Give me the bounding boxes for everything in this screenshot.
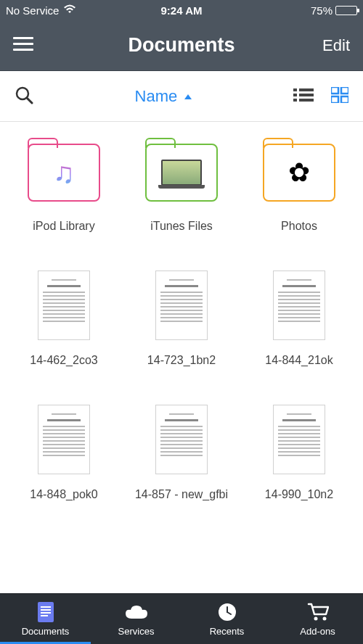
list-icon [293, 87, 314, 103]
grid-view-button[interactable] [331, 87, 348, 106]
svg-rect-10 [331, 96, 338, 103]
svg-rect-6 [293, 99, 297, 102]
cart-icon [307, 601, 329, 623]
folder-icon: ✿ [263, 144, 335, 202]
folder-photos[interactable]: ✿ Photos [248, 144, 350, 234]
svg-rect-15 [41, 612, 51, 614]
nav-bar: Documents Edit [0, 20, 363, 71]
tab-bar: Documents Services Recents Add-ons [0, 593, 363, 644]
document-label: 14-844_21ok [248, 353, 350, 368]
status-time: 9:24 AM [123, 4, 240, 17]
folder-label: iTunes Files [131, 219, 232, 234]
search-icon [15, 86, 33, 104]
document-icon [38, 271, 90, 340]
svg-rect-5 [299, 94, 314, 96]
document-label: 14-990_10n2 [248, 487, 350, 503]
list-view-button[interactable] [293, 87, 314, 106]
document-icon [38, 405, 90, 474]
svg-rect-3 [299, 88, 314, 91]
edit-button[interactable]: Edit [306, 36, 350, 55]
battery-icon [335, 6, 357, 15]
toolbar: Name [0, 71, 363, 122]
document-item[interactable]: 14-848_pok0 [13, 405, 115, 503]
svg-rect-9 [341, 87, 348, 94]
battery-pct: 75% [311, 4, 333, 17]
document-icon [273, 271, 325, 340]
document-item[interactable]: 14-462_2co3 [13, 271, 115, 368]
svg-rect-11 [341, 96, 348, 103]
music-icon: ♫ [53, 157, 75, 189]
tab-label: Services [118, 626, 155, 637]
document-item[interactable]: 14-990_10n2 [248, 405, 350, 503]
document-label: 14-723_1bn2 [131, 353, 232, 368]
svg-rect-16 [41, 615, 48, 616]
tab-services[interactable]: Services [91, 594, 182, 644]
svg-point-21 [322, 617, 326, 621]
folder-icon [145, 144, 218, 202]
svg-point-20 [314, 617, 317, 621]
documents-grid[interactable]: ♫ iPod Library iTunes Files ✿ Photos 14-… [0, 122, 363, 571]
document-label: 14-857 - new_gfbi [131, 487, 232, 503]
document-item[interactable]: 14-857 - new_gfbi [131, 405, 232, 503]
status-bar: No Service 9:24 AM 75% [0, 0, 363, 20]
svg-rect-7 [299, 99, 314, 102]
document-icon [155, 271, 208, 340]
tab-label: Recents [210, 626, 245, 637]
carrier-text: No Service [6, 4, 59, 17]
document-label: 14-848_pok0 [13, 487, 115, 503]
menu-icon[interactable] [13, 33, 33, 54]
svg-rect-13 [41, 606, 51, 608]
document-icon [273, 405, 325, 474]
grid-icon [331, 87, 348, 103]
chevron-up-icon [184, 94, 192, 99]
document-label: 14-462_2co3 [13, 353, 115, 368]
folder-label: iPod Library [13, 219, 115, 234]
svg-line-1 [27, 98, 32, 103]
flower-icon: ✿ [288, 157, 310, 188]
laptop-icon [161, 160, 202, 186]
document-tab-icon [38, 601, 54, 623]
svg-rect-14 [41, 609, 51, 611]
sort-label: Name [135, 87, 178, 105]
document-icon [155, 405, 208, 474]
tab-documents[interactable]: Documents [0, 594, 91, 644]
folder-icon: ♫ [28, 144, 100, 202]
tab-recents[interactable]: Recents [182, 594, 272, 644]
document-item[interactable]: 14-723_1bn2 [131, 271, 232, 368]
folder-itunes-files[interactable]: iTunes Files [131, 144, 232, 234]
tab-addons[interactable]: Add-ons [272, 594, 363, 644]
sort-button[interactable]: Name [65, 87, 261, 106]
document-item[interactable]: 14-844_21ok [248, 271, 350, 368]
clock-icon [218, 601, 237, 623]
tab-label: Add-ons [300, 626, 335, 637]
svg-rect-4 [293, 94, 297, 96]
svg-rect-2 [293, 88, 297, 91]
page-title: Documents [57, 34, 306, 57]
search-button[interactable] [15, 86, 65, 107]
folder-ipod-library[interactable]: ♫ iPod Library [13, 144, 115, 234]
cloud-icon [124, 601, 149, 623]
tab-label: Documents [22, 626, 70, 637]
wifi-icon [63, 4, 76, 17]
svg-rect-8 [331, 87, 338, 94]
folder-label: Photos [248, 219, 350, 234]
